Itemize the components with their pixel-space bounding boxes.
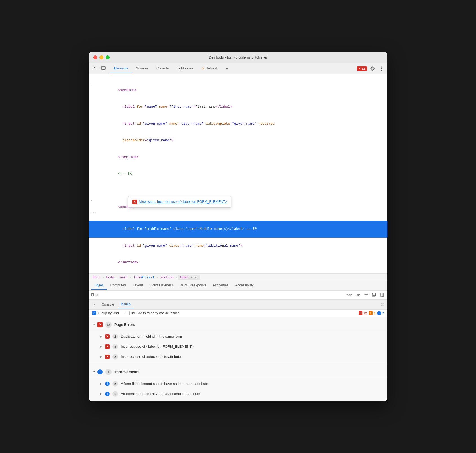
- improvements-group[interactable]: ▾ i 7 Improvements: [89, 367, 387, 377]
- badge-errors: ✕ 12: [359, 311, 367, 315]
- issue-arrow-1: ▶: [100, 335, 102, 338]
- issue-label-4: A form field element should have an id o…: [121, 382, 208, 386]
- traffic-lights: [93, 55, 110, 59]
- tooltip-link[interactable]: View issue: Incorrect use of <label for=…: [139, 199, 227, 205]
- tab-layout[interactable]: Layout: [129, 282, 146, 290]
- issue-count-1: 2: [112, 334, 118, 339]
- pointer-icon[interactable]: [91, 65, 98, 72]
- cls-button[interactable]: .cls: [355, 293, 362, 297]
- issues-toolbar: ✓ Group by kind Include third-party cook…: [89, 310, 387, 317]
- issue-error-icon-2: ✕: [105, 344, 110, 349]
- code-line[interactable]: ▾ <section>: [89, 77, 387, 99]
- tab-elements[interactable]: Elements: [110, 64, 132, 73]
- tab-sources[interactable]: Sources: [132, 64, 152, 73]
- inspect-icon[interactable]: [100, 65, 107, 72]
- issue-error-icon-3: ✕: [105, 355, 110, 359]
- code-line[interactable]: <input id="given-name" name="given-name"…: [89, 116, 387, 133]
- tab-bar-right: ✕ 12: [357, 65, 385, 72]
- code-line[interactable]: </section>: [89, 149, 387, 166]
- include-third-party-checkbox[interactable]: [126, 311, 130, 315]
- issue-count-2: 8: [112, 344, 118, 349]
- issues-tab-issues[interactable]: Issues: [118, 300, 134, 308]
- add-style-icon[interactable]: [363, 292, 369, 298]
- badge-info-icon: i: [377, 311, 381, 315]
- svg-rect-4: [94, 67, 95, 68]
- copy-style-icon[interactable]: [371, 292, 377, 298]
- tab-dom-breakpoints[interactable]: DOM Breakpoints: [176, 282, 210, 290]
- collapse-arrow-errors: ▾: [93, 323, 95, 326]
- group-by-kind-checkbox[interactable]: ✓: [92, 311, 96, 315]
- breadcrumb-html[interactable]: html: [91, 275, 102, 280]
- close-button[interactable]: [93, 55, 97, 59]
- breadcrumb-form[interactable]: form#form-1: [132, 275, 156, 280]
- badge-warning-icon: !: [369, 311, 373, 315]
- breadcrumb-label[interactable]: label.name: [178, 275, 200, 280]
- svg-rect-3: [94, 68, 94, 68]
- devtools-panel: Elements Sources Console Lighthouse ⚠ Ne…: [89, 63, 387, 401]
- expand-arrow: ▾: [91, 199, 93, 203]
- breadcrumb-section[interactable]: section: [159, 275, 175, 280]
- minimize-button[interactable]: [99, 55, 103, 59]
- issue-item[interactable]: ▶ i 1 An element doesn't have an autocom…: [89, 389, 387, 399]
- dots-icon: ···: [90, 210, 96, 216]
- issues-tab-console[interactable]: Console: [99, 301, 117, 308]
- issue-item[interactable]: ▶ i 2 A form field element should have a…: [89, 379, 387, 389]
- include-third-party: Include third-party cookie issues: [126, 311, 179, 315]
- collapse-arrow-improvements: ▾: [93, 370, 95, 373]
- issue-arrow-3: ▶: [100, 355, 102, 358]
- fullscreen-button[interactable]: [106, 55, 110, 59]
- svg-point-9: [372, 68, 373, 69]
- issue-item[interactable]: ▶ ✕ 8 Incorrect use of <label for=FORM_E…: [89, 342, 387, 352]
- tab-styles[interactable]: Styles: [91, 282, 107, 290]
- group-error-count: 12: [105, 322, 112, 328]
- badge-group: ✕ 12 ! 0 i 7: [359, 311, 384, 315]
- issue-count-5: 1: [112, 391, 118, 397]
- more-options-icon[interactable]: [378, 65, 385, 72]
- issue-arrow-4: ▶: [100, 382, 102, 385]
- devtools-window: DevTools - form-problems.glitch.me/: [89, 52, 387, 401]
- code-line[interactable]: <label for="name" name="first-name">Firs…: [89, 99, 387, 116]
- filter-input[interactable]: [91, 293, 342, 297]
- badge-info: i 7: [377, 311, 384, 315]
- issue-item[interactable]: ▶ ✕ 2 Duplicate form field id in the sam…: [89, 331, 387, 342]
- code-line[interactable]: <input id="given-name" class="name" name…: [89, 238, 387, 255]
- tab-computed[interactable]: Computed: [107, 282, 129, 290]
- breadcrumb-main[interactable]: main: [118, 275, 129, 280]
- breadcrumb-body[interactable]: body: [105, 275, 116, 280]
- code-line[interactable]: </section>: [89, 254, 387, 271]
- issue-item[interactable]: ▶ ✕ 2 Incorrect use of autocomplete attr…: [89, 352, 387, 362]
- tab-event-listeners[interactable]: Event Listeners: [146, 282, 176, 290]
- group-by-kind-label: Group by kind: [98, 311, 119, 315]
- issues-close-button[interactable]: ✕: [379, 302, 385, 307]
- issue-arrow-2: ▶: [100, 345, 102, 348]
- tab-console[interactable]: Console: [152, 64, 173, 73]
- elements-panel[interactable]: ▾ <section> <label for="name" name="firs…: [89, 74, 387, 274]
- issue-label-3: Incorrect use of autocomplete attribute: [121, 355, 181, 359]
- code-line[interactable]: placeholder="given name">: [89, 132, 387, 149]
- expand-panel-icon[interactable]: [379, 292, 385, 298]
- issue-error-icon-1: ✕: [105, 334, 110, 339]
- code-line[interactable]: <!-- Fo ✕ View issue: Incorrect use of <…: [89, 166, 387, 193]
- svg-rect-1: [93, 68, 93, 68]
- tab-properties[interactable]: Properties: [210, 282, 232, 290]
- badge-info-count: 7: [382, 311, 384, 315]
- tab-more[interactable]: »: [222, 64, 232, 73]
- tab-network[interactable]: ⚠ Network: [197, 64, 222, 73]
- tag-open: <section>: [118, 88, 136, 92]
- issues-menu-icon[interactable]: ⋮: [91, 302, 98, 307]
- page-errors-group[interactable]: ▾ ✕ 12 Page Errors: [89, 319, 387, 330]
- group-info-count: 7: [105, 369, 112, 375]
- svg-rect-17: [382, 293, 384, 296]
- tab-lighthouse[interactable]: Lighthouse: [173, 64, 197, 73]
- tooltip-popup: ✕ View issue: Incorrect use of <label fo…: [128, 196, 231, 208]
- hov-button[interactable]: :hov: [345, 293, 353, 297]
- svg-point-10: [381, 66, 382, 67]
- elements-panel-wrapper: ▾ <section> <label for="name" name="firs…: [89, 74, 387, 274]
- svg-point-11: [381, 68, 382, 69]
- settings-icon[interactable]: [369, 65, 376, 72]
- dom-marker: == $0: [246, 227, 257, 231]
- tab-accessibility[interactable]: Accessibility: [232, 282, 257, 290]
- error-icon: ✕: [359, 67, 361, 70]
- error-badge[interactable]: ✕ 12: [357, 66, 367, 71]
- code-line-selected[interactable]: <label for="middle-name" class="name">Mi…: [89, 221, 387, 238]
